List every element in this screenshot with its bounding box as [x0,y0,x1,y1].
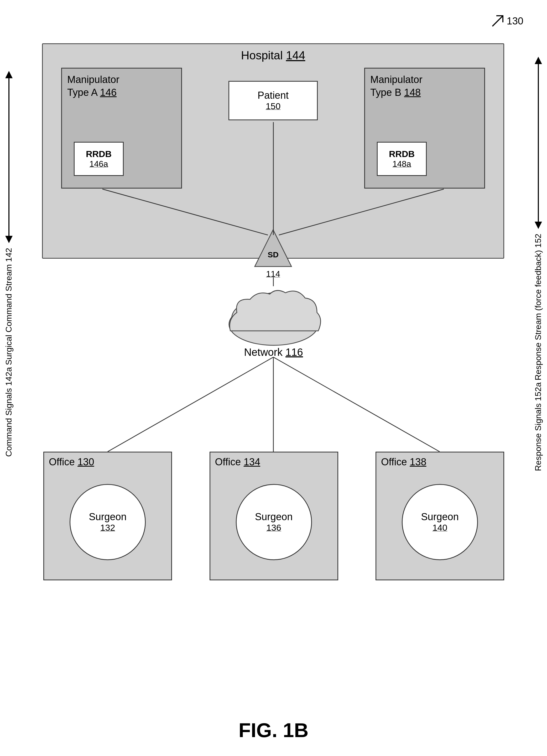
surgeon-2-ref: 140 [433,523,447,533]
svg-text:SD: SD [268,250,279,259]
rrdb-b-ref: 148a [392,159,411,169]
surgeon-0-label: Surgeon [89,511,127,523]
rrdb-a-ref: 146a [89,159,108,169]
manipulator-a-box: ManipulatorType A 146 RRDB 146a [61,68,182,189]
office-0-label: Office 130 [49,456,94,468]
surgeon-1-label: Surgeon [255,511,293,523]
left-stream-label: Surgical Command Stream 142 Command Sign… [4,248,14,457]
right-label-area: Response Stream (force feedback) 152 Res… [533,47,543,481]
rrdb-b-box: RRDB 148a [377,142,427,176]
hospital-label: Hospital 144 [241,49,305,62]
svg-line-21 [273,357,440,452]
office-2-label: Office 138 [381,456,426,468]
network-container: Network 116 [224,282,324,358]
sd-ref: 114 [266,269,280,279]
sd-triangle-svg: SD [252,227,294,269]
arrow-up-left [5,71,13,78]
rrdb-a-label: RRDB [86,149,112,159]
office-1-label: Office 134 [215,456,261,468]
office-box-1: Office 134 Surgeon 136 [210,452,338,580]
surgeon-0-ref: 132 [100,523,115,533]
manipulator-b-box: ManipulatorType B 148 RRDB 148a [364,68,485,189]
patient-label: Patient [258,90,289,101]
patient-box: Patient 150 [228,81,318,120]
offices-row: Office 130 Surgeon 132 Office 134 Surgeo… [43,452,504,580]
manipulator-a-label: ManipulatorType A 146 [67,73,119,99]
surgeon-circle-0: Surgeon 132 [70,484,146,560]
svg-marker-1 [255,230,291,267]
right-stream-label: Response Stream (force feedback) 152 Res… [533,234,543,471]
svg-line-19 [108,357,273,452]
svg-line-0 [492,16,503,26]
hospital-box: Hospital 144 ManipulatorType A 146 RRDB … [42,43,504,259]
sd-container: SD 114 [252,227,294,279]
arrow-down-right [535,222,542,229]
left-label-area: Surgical Command Stream 142 Command Sign… [4,47,14,481]
office-box-2: Office 138 Surgeon 140 [376,452,504,580]
patient-ref: 150 [266,101,281,111]
surgeon-circle-2: Surgeon 140 [402,484,478,560]
rrdb-a-box: RRDB 146a [74,142,124,176]
office-box-0: Office 130 Surgeon 132 [43,452,172,580]
surgeon-circle-1: Surgeon 136 [236,484,312,560]
manipulator-b-label: ManipulatorType B 148 [370,73,423,99]
fig-label: FIG. 1B [238,719,308,742]
arrow-up-right [535,57,542,64]
rrdb-b-label: RRDB [389,149,415,159]
surgeon-1-ref: 136 [266,523,281,533]
network-cloud-svg [224,282,324,351]
arrow-down-left [5,236,13,243]
surgeon-2-label: Surgeon [421,511,459,523]
ref-number-130: 130 [491,14,523,28]
